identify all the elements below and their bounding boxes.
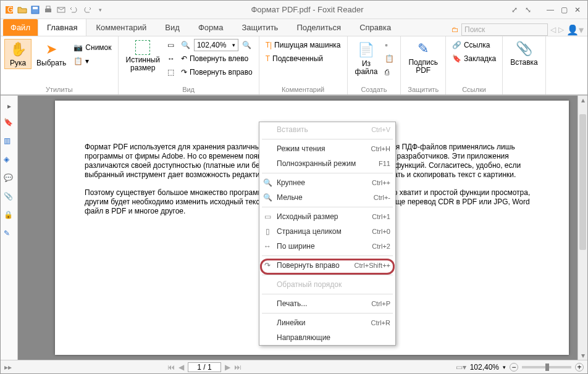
- tab-form[interactable]: Форма: [189, 19, 233, 36]
- window-controls: ⤢ ⤡ — ▢ ✕: [508, 4, 587, 15]
- expand-panel-icon[interactable]: ▸: [7, 102, 11, 110]
- print-icon[interactable]: [42, 4, 54, 16]
- menu-fit-page[interactable]: ▯Страница целикомCtrl+0: [259, 224, 395, 239]
- menu-fit-width[interactable]: ↔По ширинеCtrl+2: [259, 239, 395, 254]
- scanner-button[interactable]: ⎙: [382, 66, 397, 78]
- user-icon[interactable]: 👤▾: [566, 24, 584, 36]
- svg-rect-5: [46, 6, 50, 9]
- fit-width-icon: ↔: [167, 54, 175, 63]
- comments-panel-icon[interactable]: 💬: [4, 173, 15, 185]
- tab-file[interactable]: Файл: [3, 19, 38, 36]
- bookmark-button[interactable]: 🔖Закладка: [450, 52, 498, 65]
- undo-icon[interactable]: [68, 4, 80, 16]
- snapshot-button[interactable]: 📷Снимок: [71, 41, 114, 54]
- tab-share[interactable]: Поделиться: [287, 19, 350, 36]
- group-create: 📄Из файла ▫ 📋 ⎙ Создать: [348, 36, 401, 94]
- group-insert: 📎Вставка: [503, 36, 546, 94]
- security-panel-icon[interactable]: 🔒: [4, 210, 15, 222]
- last-page-icon[interactable]: ⏭: [234, 363, 242, 372]
- tab-help[interactable]: Справка: [350, 19, 400, 36]
- pages-panel-icon[interactable]: ▥: [4, 136, 15, 148]
- link-button[interactable]: 🔗Ссылка: [450, 39, 498, 51]
- zoom-out-status-icon[interactable]: −: [510, 363, 518, 372]
- qat-more-icon[interactable]: ▾: [94, 4, 106, 16]
- fit-visible-icon: ⬚: [167, 68, 174, 77]
- highlight-icon: T: [266, 54, 270, 63]
- save-icon[interactable]: [29, 4, 41, 16]
- menu-rotate-right[interactable]: ↷Повернуть вправоCtrl+Shift++: [259, 258, 395, 273]
- search-folder-icon[interactable]: 🗀: [452, 25, 459, 34]
- tab-bar: Файл Главная Комментарий Вид Форма Защит…: [1, 19, 587, 36]
- email-icon[interactable]: [55, 4, 67, 16]
- fit-width-icon: ↔: [262, 242, 273, 251]
- ribbon-expand-icon[interactable]: ⤡: [522, 4, 534, 15]
- menu-reading-mode[interactable]: Режим чтенияCtrl+H: [259, 141, 395, 156]
- show-sidebar-icon[interactable]: ▸▸: [4, 363, 12, 372]
- group-label-create: Создать: [351, 86, 397, 93]
- tab-view[interactable]: Вид: [156, 19, 189, 36]
- page-layout-icon[interactable]: ▭▾: [456, 363, 466, 372]
- next-page-icon[interactable]: ▶: [225, 363, 230, 372]
- tab-protect[interactable]: Защитить: [232, 19, 287, 36]
- fit-icon: [135, 40, 150, 55]
- menu-rulers[interactable]: ЛинейкиCtrl+R: [259, 315, 395, 330]
- bookmarks-panel-icon[interactable]: 🔖: [4, 118, 15, 129]
- zoom-in-status-icon[interactable]: +: [575, 363, 584, 372]
- menu-fullscreen[interactable]: Полноэкранный режимF11: [259, 156, 395, 171]
- select-button[interactable]: ➤Выбрать: [33, 39, 70, 69]
- page-input[interactable]: 1 / 1: [188, 362, 221, 372]
- tab-comment[interactable]: Комментарий: [86, 19, 156, 36]
- redo-icon[interactable]: [81, 4, 93, 16]
- close-icon[interactable]: ✕: [571, 4, 584, 15]
- menu-reverse-order: Обратный порядок: [259, 277, 395, 292]
- menu-print[interactable]: Печать...Ctrl+P: [259, 296, 395, 311]
- from-file-button[interactable]: 📄Из файла: [351, 40, 382, 77]
- minimize-icon[interactable]: —: [544, 4, 556, 15]
- search-input[interactable]: Поиск: [461, 23, 548, 36]
- hand-icon: ✋: [9, 41, 27, 58]
- window-title: Формат PDF.pdf - Foxit Reader: [106, 5, 508, 14]
- tab-home[interactable]: Главная: [38, 19, 86, 36]
- sign-pdf-button[interactable]: ✎Подпись PDF: [405, 39, 442, 76]
- rotate-right-icon: ↷: [262, 261, 273, 270]
- highlight-button[interactable]: TПодсвеченный: [263, 52, 343, 65]
- pen-icon: ✎: [414, 40, 432, 57]
- vertical-scrollbar[interactable]: ▴▾: [578, 96, 587, 360]
- clipboard2-button[interactable]: 📋: [382, 52, 397, 65]
- scrollbar-thumb[interactable]: [579, 114, 586, 250]
- insert-button[interactable]: 📎Вставка: [506, 39, 542, 68]
- clipboard-button[interactable]: 📋▾: [71, 55, 114, 67]
- menu-zoom-in[interactable]: 🔍КрупнееCtrl++: [259, 175, 395, 190]
- menu-zoom-out[interactable]: 🔍МельчеCtrl+-: [259, 190, 395, 205]
- fit-width-button[interactable]: ↔: [165, 52, 177, 65]
- signatures-panel-icon[interactable]: ✎: [4, 229, 15, 240]
- menu-guides[interactable]: Направляющие: [259, 330, 395, 345]
- typewriter-button[interactable]: T|Пишущая машинка: [263, 39, 343, 51]
- menu-actual-size[interactable]: ▭Исходный размерCtrl+1: [259, 209, 395, 224]
- fit-page-button[interactable]: ▭: [165, 39, 177, 51]
- hand-tool-button[interactable]: ✋Рука: [4, 39, 32, 69]
- open-icon[interactable]: [16, 4, 28, 16]
- prev-page-icon[interactable]: ◀: [178, 363, 184, 372]
- next-result-icon[interactable]: ▷: [558, 25, 564, 34]
- zoom-input[interactable]: 102,40%▾: [194, 39, 238, 51]
- zoom-in-button[interactable]: 🔍: [240, 39, 254, 51]
- rotate-left-button[interactable]: ↶Повернуть влево: [178, 52, 255, 65]
- blank-button[interactable]: ▫: [382, 39, 397, 51]
- maximize-icon[interactable]: ▢: [558, 4, 570, 15]
- ribbon-min-icon[interactable]: ⤢: [508, 4, 521, 15]
- prev-result-icon[interactable]: ◁: [550, 25, 556, 34]
- zoom-out-icon: 🔍: [181, 41, 190, 49]
- rotate-right-button[interactable]: ↷Повернуть вправо: [178, 66, 255, 78]
- zoom-slider[interactable]: [522, 366, 571, 368]
- zoom-out-button[interactable]: 🔍: [178, 39, 193, 51]
- layers-panel-icon[interactable]: ◈: [4, 155, 15, 166]
- zoom-out-icon: 🔍: [262, 193, 273, 202]
- fit-visible-button[interactable]: ⬚: [165, 66, 177, 78]
- svg-rect-3: [33, 7, 38, 9]
- actual-size-button[interactable]: Истинный размер: [122, 39, 164, 73]
- attachments-panel-icon[interactable]: 📎: [4, 192, 15, 203]
- zoom-value: 102,40%: [470, 363, 499, 372]
- first-page-icon[interactable]: ⏮: [167, 363, 175, 372]
- actual-icon: ▭: [262, 212, 273, 221]
